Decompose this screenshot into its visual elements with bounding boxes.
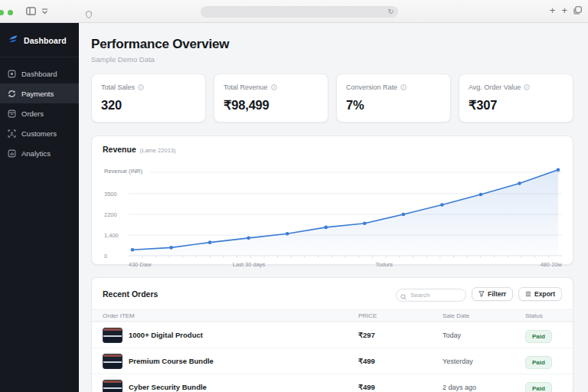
brand-name: Dashboard [24, 36, 67, 45]
page-title: Performance Overview [91, 37, 573, 52]
sidebar-item-orders[interactable]: Orders [0, 103, 79, 123]
sidebar-item-analytics[interactable]: Analytics [0, 143, 79, 163]
revenue-chart-card: Revenue (Lame 22013) Revenue (INR) 3500 … [91, 136, 573, 265]
stat-card-conversion-rate: Conversion Rate 7% [336, 74, 451, 122]
orders-icon [8, 109, 16, 118]
refresh-icon[interactable]: ↻ [387, 8, 394, 15]
tabs-overview-icon[interactable] [573, 6, 582, 15]
dashboard-icon [8, 70, 16, 78]
status-badge: Paid [525, 382, 552, 392]
table-row[interactable]: Premium Course Bundle ₹499 Yesterday Pai… [92, 348, 573, 374]
share-icon[interactable]: + [550, 5, 556, 15]
export-button-label: Export [534, 290, 555, 298]
traffic-light-icon[interactable] [8, 10, 13, 15]
table-row[interactable]: 1000+ Digital Product ₹297 Today Paid [92, 322, 573, 348]
order-item-name: Cyber Security Bundle [129, 383, 207, 391]
product-thumbnail [103, 354, 122, 369]
sidebar-item-label: Orders [21, 109, 44, 118]
info-icon[interactable] [138, 84, 144, 90]
status-badge: Paid [525, 356, 552, 369]
stat-card-total-revenue: Total Revenue ₹98,499 [214, 74, 328, 122]
y-tick-3: 0 [104, 253, 107, 260]
stat-label: Total Sales [101, 83, 135, 91]
brand-logo-icon [8, 34, 19, 47]
stat-value: 320 [101, 98, 196, 113]
chevron-down-icon[interactable] [41, 8, 48, 15]
customers-icon [8, 129, 16, 138]
export-list-icon [525, 291, 531, 297]
info-icon[interactable] [400, 84, 407, 90]
x-tick-label: Last 30 days [233, 261, 266, 268]
stat-value: ₹307 [469, 98, 564, 113]
order-date: Yesterday [443, 358, 525, 365]
sidebar-nav: Dashboard Payments Orders [0, 64, 79, 163]
x-tick-label: Todurs [376, 261, 394, 268]
search-icon [400, 289, 407, 303]
revenue-chart-svg [129, 162, 562, 260]
order-item-name: 1000+ Digital Product [129, 331, 203, 339]
stat-label: Conversion Rate [346, 83, 397, 91]
export-button[interactable]: Export [518, 287, 562, 301]
chart-title: Revenue [103, 145, 136, 154]
analytics-icon [8, 149, 16, 158]
status-badge: Paid [525, 330, 552, 343]
recent-orders-card: Recent Orders Filterr [91, 277, 573, 392]
filter-icon [479, 291, 485, 297]
browser-chrome: ↻ + + [0, 0, 588, 23]
stat-card-avg-order-value: Avg. Order Value ₹307 [459, 74, 573, 122]
window-controls [0, 10, 13, 15]
order-price: ₹297 [358, 331, 443, 339]
info-icon[interactable] [524, 84, 530, 90]
sidebar-item-label: Customers [21, 129, 57, 138]
product-thumbnail [103, 328, 122, 343]
product-thumbnail [103, 380, 122, 392]
sidebar-toggle-icon[interactable] [26, 7, 36, 15]
y-axis-title: Revenue (INR) [104, 168, 145, 175]
chrome-actions: + + [550, 5, 582, 15]
stat-value: 7% [346, 98, 441, 113]
order-date: Today [443, 332, 525, 339]
traffic-light-icon[interactable] [0, 10, 4, 15]
orders-toolbar: Filterr Export [396, 286, 562, 302]
column-header: Sale Date [443, 312, 525, 319]
sidebar-item-customers[interactable]: Customers [0, 123, 79, 143]
sidebar-item-label: Payments [21, 90, 54, 98]
sidebar-item-dashboard[interactable]: Dashboard [0, 64, 79, 83]
table-row[interactable]: Cyber Security Bundle ₹499 2 days ago Pa… [92, 374, 573, 392]
column-header: Status [525, 312, 562, 319]
y-tick-2: 1,400 [104, 232, 119, 239]
y-tick-1: 2200 [104, 211, 117, 218]
order-item-name: Premium Course Bundle [129, 357, 214, 365]
brand: Dashboard [0, 23, 79, 57]
order-price: ₹499 [358, 357, 443, 365]
sidebar: Dashboard Dashboard Payments [0, 23, 79, 392]
page-subtitle: Sample Demo Data [91, 55, 573, 64]
order-date: 2 days ago [443, 384, 525, 391]
shield-icon[interactable] [86, 8, 92, 21]
chart-plot: Revenue (INR) 3500 2200 1,400 0 [103, 162, 562, 260]
orders-table-header: Order ITEM PRICE Sale Date Status [92, 309, 573, 322]
filter-button[interactable]: Filterr [472, 287, 513, 301]
info-icon[interactable] [271, 84, 277, 90]
url-bar[interactable]: ↻ [201, 6, 398, 18]
new-tab-icon[interactable]: + [561, 5, 567, 15]
sidebar-item-label: Dashboard [21, 70, 57, 78]
sidebar-item-payments[interactable]: Payments [0, 83, 79, 103]
app-window: ↻ + + Dashboard Dash [0, 0, 588, 392]
x-tick-label: 430 Daw [129, 261, 152, 268]
stat-label: Avg. Order Value [469, 83, 521, 91]
column-header: PRICE [358, 312, 443, 319]
y-tick-0: 3500 [104, 191, 117, 198]
filter-button-label: Filterr [488, 290, 506, 298]
stats-row: Total Sales 320 Total Revenue ₹98,499 Co… [91, 74, 573, 122]
stat-value: ₹98,499 [224, 98, 318, 113]
main-content: Performance Overview Sample Demo Data To… [79, 23, 588, 392]
order-price: ₹499 [358, 383, 443, 391]
payments-icon [8, 90, 16, 98]
x-axis-labels: 430 Daw Last 30 days Todurs 480 20w [129, 261, 562, 270]
sidebar-item-label: Analytics [21, 149, 51, 158]
x-tick-label: 480 20w [541, 261, 562, 268]
stat-label: Total Revenue [224, 83, 268, 91]
column-header: Order ITEM [103, 312, 358, 319]
orders-title: Recent Orders [103, 289, 158, 299]
